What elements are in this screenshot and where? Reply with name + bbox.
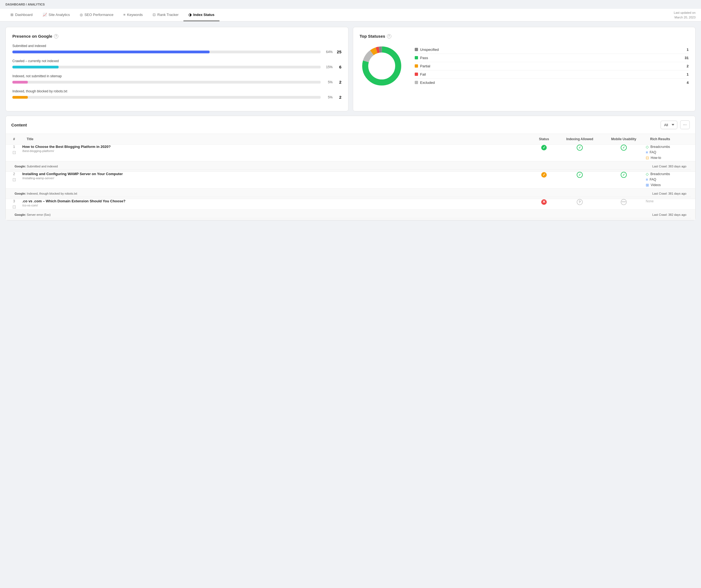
svg-text:✓: ✓ [542, 173, 546, 177]
google-status-cell: Google: Indexed, though blocked by robot… [6, 189, 695, 199]
legend-count-pass: 31 [685, 56, 689, 60]
tab-icon-keywords: ≡ [123, 13, 126, 17]
content-controls: All ··· [661, 120, 690, 129]
row-url[interactable]: /co-vs-com/ [22, 204, 530, 207]
tab-rank-tracker[interactable]: ⊡Rank Tracker [148, 9, 184, 21]
bar-pct-indexed-not-submitted: 5% [324, 80, 333, 84]
bar-fill-submitted-indexed [12, 51, 210, 53]
table-row: 3 ⊡ .co vs .com – Which Domain Extension… [6, 199, 695, 210]
doc-icon: ⊡ [12, 204, 16, 210]
svg-text:?: ? [578, 200, 581, 204]
presence-card: Presence on Google ? Submitted and index… [5, 27, 348, 111]
legend-count-unspecified: 1 [687, 48, 689, 52]
row-number: 3 [13, 199, 15, 203]
statuses-card: Top Statuses ? Unspecified 1 Pass 31 Par… [353, 27, 696, 111]
row-url[interactable]: /installing-wamp-server/ [22, 177, 530, 180]
breadcrumb-dashboard[interactable]: DASHBOARD [5, 3, 25, 6]
rich-label: FAQ [650, 178, 656, 182]
bar-count-crawled-not-indexed: 6 [336, 65, 341, 69]
legend-label-fail: Fail [420, 72, 426, 76]
row-title[interactable]: How to Choose the Best Blogging Platform… [22, 144, 530, 149]
row-status-cell: ✓ [530, 172, 558, 189]
svg-text:—: — [622, 199, 626, 204]
tab-dashboard[interactable]: ⊞Dashboard [5, 9, 38, 21]
row-url[interactable]: /best-blogging-platform/ [22, 149, 530, 153]
content-header: Content All ··· [6, 116, 695, 134]
col-rich: Rich Results [646, 134, 695, 144]
col-title: Title [22, 134, 530, 144]
rich-icon: ⊡ [646, 156, 649, 160]
filter-select[interactable]: All [661, 121, 677, 129]
rich-label: Breadcrumbs [650, 145, 670, 149]
rich-item: ⊡ How-to [646, 156, 695, 160]
breadcrumb: DASHBOARD / ANALYTICS [0, 0, 701, 9]
legend-dot-unspecified [415, 48, 418, 51]
table-row: 1 ⊡ How to Choose the Best Blogging Plat… [6, 144, 695, 162]
rich-icon: ◇ [646, 172, 649, 176]
tab-keywords[interactable]: ≡Keywords [118, 9, 148, 21]
bar-bg-crawled-not-indexed [12, 66, 321, 68]
rich-item: ≡ FAQ [646, 150, 695, 155]
legend-count-fail: 1 [687, 72, 689, 76]
tab-seo-performance[interactable]: ◎SEO Performance [75, 9, 119, 21]
row-title-cell: Installing and Configuring WAMP Server o… [22, 172, 530, 189]
rich-item: ≡ FAQ [646, 177, 695, 182]
bar-pct-crawled-not-indexed: 15% [324, 65, 333, 69]
rich-label: Breadcrumbs [650, 172, 670, 176]
presence-title: Presence on Google ? [12, 34, 341, 38]
rich-label: FAQ [650, 151, 656, 154]
statuses-title: Top Statuses ? [360, 34, 689, 38]
bar-count-submitted-indexed: 25 [336, 49, 341, 54]
col-mobile: Mobile Usability [602, 134, 646, 144]
google-label: Google: [15, 213, 27, 216]
row-mobile-cell: ✓ [602, 172, 646, 189]
statuses-content: Unspecified 1 Pass 31 Partial 2 Fail 1 E… [360, 44, 689, 88]
tab-index-status[interactable]: ◑Index Status [184, 9, 219, 21]
row-mobile-cell: — [602, 199, 646, 210]
rich-icon: ≡ [646, 177, 648, 182]
google-status-cell: Google: Submitted and indexed Last Crawl… [6, 162, 695, 172]
legend-dot-pass [415, 56, 418, 59]
legend-dot-partial [415, 64, 418, 68]
svg-text:✓: ✓ [542, 145, 546, 150]
bar-label-crawled-not-indexed: Crawled – currently not indexed [12, 59, 341, 63]
presence-help-icon[interactable]: ? [54, 34, 58, 38]
row-mobile-cell: ✓ [602, 144, 646, 162]
statuses-help-icon[interactable]: ? [387, 34, 391, 38]
last-crawl: Last Crawl: 382 days ago [652, 213, 686, 216]
mobile-circle-neutral: — [621, 199, 627, 205]
row-rich-cell: ◇ Breadcrumbs ≡ FAQ ⊡ How-to [646, 144, 695, 162]
tab-icon-rank-tracker: ⊡ [153, 13, 156, 17]
content-title: Content [11, 122, 27, 127]
mobile-circle-pass: ✓ [621, 144, 627, 151]
google-status-cell: Google: Server error (5xx) Last Crawl: 3… [6, 210, 695, 220]
status-circle-partial: ✓ [541, 172, 547, 178]
tab-label-index-status: Index Status [193, 13, 214, 17]
donut-chart [360, 44, 404, 88]
google-label: Google: [15, 165, 27, 168]
bar-crawled-not-indexed: Crawled – currently not indexed 15% 6 [12, 59, 341, 69]
google-status-row: Google: Indexed, though blocked by robot… [6, 189, 695, 199]
mobile-circle-pass: ✓ [621, 172, 627, 178]
row-status-cell: ✓ [530, 144, 558, 162]
bar-fill-indexed-blocked [12, 96, 28, 99]
bar-fill-crawled-not-indexed [12, 66, 58, 68]
row-rich-cell: ◇ Breadcrumbs ≡ FAQ ⊞ Videos [646, 172, 695, 189]
indexing-circle-pass: ✓ [577, 144, 583, 151]
bar-submitted-indexed: Submitted and indexed 64% 25 [12, 44, 341, 54]
tab-site-analytics[interactable]: 📈Site Analytics [38, 9, 75, 21]
svg-text:✕: ✕ [542, 200, 546, 204]
row-number: 2 [13, 172, 15, 176]
row-title-cell: How to Choose the Best Blogging Platform… [22, 144, 530, 162]
svg-text:✓: ✓ [578, 146, 581, 150]
bar-bg-submitted-indexed [12, 51, 321, 53]
row-title[interactable]: .co vs .com – Which Domain Extension Sho… [22, 199, 530, 203]
more-options-button[interactable]: ··· [680, 120, 690, 129]
table-body: 1 ⊡ How to Choose the Best Blogging Plat… [6, 144, 695, 220]
row-title-cell: .co vs .com – Which Domain Extension Sho… [22, 199, 530, 210]
legend-dot-fail [415, 72, 418, 76]
row-title[interactable]: Installing and Configuring WAMP Server o… [22, 172, 530, 176]
breadcrumb-current: ANALYTICS [28, 3, 45, 6]
tabs-bar: ⊞Dashboard📈Site Analytics◎SEO Performanc… [0, 9, 701, 21]
tab-icon-dashboard: ⊞ [10, 13, 13, 17]
